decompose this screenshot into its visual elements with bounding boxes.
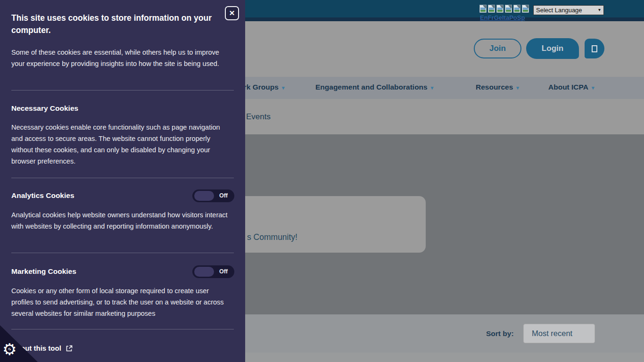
join-button-label: Join: [489, 44, 506, 53]
necessary-cookies-heading: Necessary Cookies: [11, 104, 78, 113]
gear-letter: C: [8, 347, 12, 353]
language-link-row: EnFrGeItaPoSp: [480, 14, 525, 21]
login-button-label: Login: [542, 44, 563, 53]
sort-by-label: Sort by:: [486, 329, 514, 338]
nav-item-label: About ICPA: [548, 83, 588, 91]
analytics-cookies-heading: Analytics Cookies: [11, 191, 74, 200]
broken-flag-image-icon[interactable]: [479, 5, 487, 13]
join-button[interactable]: Join: [474, 39, 521, 58]
search-icon: [592, 45, 597, 52]
chevron-down-icon: ▾: [598, 7, 601, 12]
marketing-cookies-description: Cookies or any other form of local stora…: [11, 285, 232, 319]
marketing-cookies-toggle[interactable]: Off: [192, 265, 234, 278]
external-link-icon: [66, 345, 73, 352]
broken-flag-image-icon[interactable]: [488, 5, 495, 13]
language-link-ita[interactable]: Ita: [502, 14, 509, 21]
cookie-panel-intro: Some of these cookies are essential, whi…: [11, 47, 232, 69]
language-link-ge[interactable]: Ge: [494, 14, 502, 21]
toggle-knob: [194, 267, 214, 277]
login-button[interactable]: Login: [526, 38, 579, 59]
broken-flag-image-icon[interactable]: [513, 5, 520, 13]
chevron-down-icon: ▾: [592, 84, 594, 91]
analytics-cookies-description: Analytical cookies help website owners u…: [11, 209, 232, 232]
toggle-state-label: Off: [219, 192, 228, 199]
chevron-down-icon: ▾: [431, 84, 434, 91]
language-link-en[interactable]: En: [480, 14, 488, 21]
broken-flag-image-icon[interactable]: [496, 5, 504, 13]
analytics-cookies-toggle[interactable]: Off: [192, 189, 234, 202]
close-button[interactable]: ✕: [225, 6, 239, 20]
language-link-po[interactable]: Po: [509, 14, 517, 21]
cookie-control-gear-button[interactable]: ⚙ C: [2, 342, 19, 359]
page-root: EnFrGeItaPoSp Select Language ▾ Join Log…: [0, 0, 644, 362]
language-flag-row: [479, 5, 529, 13]
close-icon: ✕: [229, 9, 235, 17]
select-language-value: Select Language: [536, 7, 582, 14]
nav-item-about-icpa[interactable]: About ICPA ▾: [548, 83, 594, 91]
cookie-panel-title: This site uses cookies to store informat…: [11, 12, 224, 36]
divider: [11, 253, 234, 253]
broken-flag-image-icon[interactable]: [505, 5, 512, 13]
divider: [11, 178, 234, 178]
broken-flag-image-icon[interactable]: [522, 5, 529, 13]
breadcrumb: Events: [246, 112, 271, 122]
nav-item-engagement-and-collaborations[interactable]: Engagement and Collaborations ▾: [315, 83, 433, 91]
nav-item-resources[interactable]: Resources ▾: [476, 83, 519, 91]
sort-select[interactable]: Most recent: [523, 324, 595, 343]
necessary-cookies-description: Necessary cookies enable core functional…: [11, 122, 232, 167]
select-language-dropdown[interactable]: Select Language ▾: [533, 5, 604, 15]
toggle-knob: [194, 191, 214, 201]
language-link-fr[interactable]: Fr: [488, 14, 494, 21]
marketing-cookies-heading: Marketing Cookies: [11, 267, 76, 276]
chevron-down-icon: ▾: [282, 84, 285, 91]
chevron-down-icon: ▾: [516, 84, 519, 91]
language-link-sp[interactable]: Sp: [517, 14, 525, 21]
search-button[interactable]: [585, 39, 604, 58]
divider: [11, 329, 234, 329]
nav-item-label: Engagement and Collaborations: [315, 83, 428, 91]
nav-item-label: Resources: [476, 83, 513, 91]
divider: [11, 90, 234, 90]
sort-select-value: Most recent: [532, 329, 572, 338]
community-welcome-text: s Community!: [247, 232, 297, 242]
cookie-consent-panel: ✕ This site uses cookies to store inform…: [0, 0, 245, 362]
toggle-state-label: Off: [219, 268, 228, 275]
